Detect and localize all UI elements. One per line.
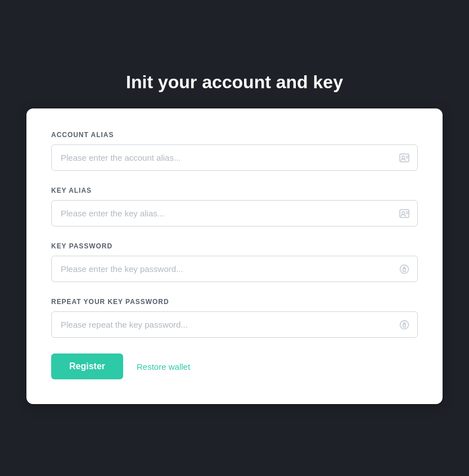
form-actions: Register Restore wallet bbox=[51, 353, 418, 379]
key-password-group: KEY PASSWORD bbox=[51, 242, 418, 282]
repeat-key-password-wrapper bbox=[51, 311, 418, 338]
form-card: ACCOUNT ALIAS KEY ALIAS bbox=[26, 108, 443, 404]
repeat-key-password-group: REPEAT YOUR KEY PASSWORD bbox=[51, 298, 418, 338]
repeat-key-password-input[interactable] bbox=[51, 311, 418, 338]
key-password-label: KEY PASSWORD bbox=[51, 242, 418, 250]
account-alias-label: ACCOUNT ALIAS bbox=[51, 131, 418, 139]
account-alias-wrapper bbox=[51, 144, 418, 171]
page-title: Init your account and key bbox=[126, 72, 343, 93]
key-alias-input[interactable] bbox=[51, 200, 418, 226]
key-password-input[interactable] bbox=[51, 256, 418, 282]
key-alias-label: KEY ALIAS bbox=[51, 187, 418, 194]
account-alias-input[interactable] bbox=[51, 144, 418, 171]
key-alias-wrapper bbox=[51, 200, 418, 226]
account-alias-group: ACCOUNT ALIAS bbox=[51, 131, 418, 171]
restore-wallet-link[interactable]: Restore wallet bbox=[137, 362, 190, 371]
register-button[interactable]: Register bbox=[51, 353, 123, 379]
key-alias-group: KEY ALIAS bbox=[51, 187, 418, 226]
repeat-key-password-label: REPEAT YOUR KEY PASSWORD bbox=[51, 298, 418, 306]
key-password-wrapper bbox=[51, 256, 418, 282]
